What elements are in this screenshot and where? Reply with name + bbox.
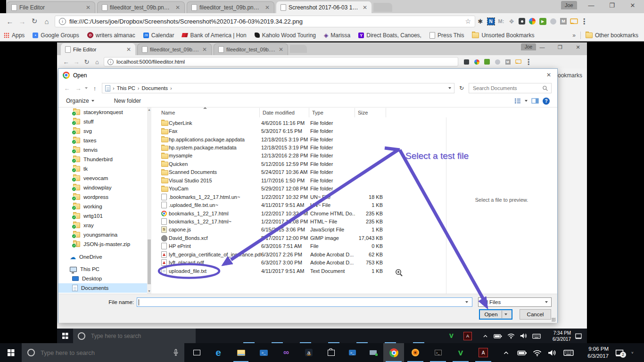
file-row[interactable]: bookmarks_1_22_17.html~1/22/2017 10:08 P… [161, 217, 446, 225]
battery-icon[interactable] [494, 333, 502, 339]
taskbar-search-box[interactable] [22, 343, 184, 362]
nimbus-screenshot-icon[interactable]: ▶ [537, 16, 548, 26]
inner-tab-test-png-2[interactable]: fileeditor_test_09b.png (1 ✕ [214, 43, 288, 55]
file-row[interactable]: hp.applications.package.appdata12/18/201… [161, 135, 446, 143]
acrobat-icon[interactable]: A [463, 332, 472, 340]
view-list-icon[interactable] [514, 98, 521, 104]
bookmark-bank-of-america[interactable]: Bank of America | Hon [182, 32, 246, 39]
search-icon[interactable] [542, 85, 548, 91]
bookmark-google-groups[interactable]: ▪Google Groups [33, 32, 79, 39]
new-folder-button[interactable]: New folder [114, 98, 141, 104]
start-button[interactable] [57, 329, 73, 343]
file-row[interactable]: bookmarks_1_22_17.html1/22/2017 10:32 PM… [161, 209, 446, 217]
acrobat-icon[interactable]: A [472, 343, 495, 362]
restore-button[interactable]: ❐ [602, 2, 622, 9]
home-button[interactable]: ⌂ [92, 58, 102, 66]
bookmark-marissa[interactable]: ◈Marissa [324, 32, 350, 39]
cancel-button[interactable]: Cancel [520, 309, 551, 320]
sidebar-folder-item[interactable]: veevocam [58, 173, 147, 183]
extension-m-gray-icon[interactable]: M [558, 16, 569, 26]
bookmark-calendar[interactable]: 28Calendar [143, 32, 174, 39]
sidebar-folder-item[interactable]: JSON-js-master.zip [58, 239, 147, 249]
sidebar-folder-item[interactable]: windowplay [58, 183, 147, 192]
chrome-menu-icon[interactable]: ⋮ [523, 57, 534, 66]
file-row[interactable]: uploaded_file.txt4/11/2017 9:51 AMText D… [161, 267, 446, 275]
file-row[interactable]: .uploaded_file.txt.un~4/11/2017 9:51 AMU… [161, 201, 446, 209]
outer-address-bar[interactable]: i file:///C:/Users/joe/Dropbox/Screensho… [55, 16, 475, 27]
outer-tab-test-png-1[interactable]: fileeditor_test_09b.png (1 ✕ [97, 1, 185, 13]
sidebar-folder-item[interactable]: wrtg101 [58, 211, 147, 221]
breadcrumb-documents[interactable]: Documents [141, 85, 168, 91]
column-header-type[interactable]: Type [309, 108, 355, 117]
back-button[interactable]: ← [61, 58, 71, 66]
breadcrumb-this-pc[interactable]: This PC [117, 85, 135, 91]
windows-store-icon[interactable] [320, 343, 342, 362]
wifi-icon[interactable] [529, 343, 545, 362]
file-row[interactable]: David_Bonds.xcf5/17/2017 12:00 PMGIMP im… [161, 234, 446, 242]
file-row[interactable]: lyft_georgia_certificate_of_insurance.pd… [161, 250, 446, 258]
battery-icon[interactable] [514, 343, 529, 362]
maximize-button[interactable]: ❐ [551, 44, 569, 50]
bookmark-kaholo[interactable]: Kaholo Wood Touring [255, 32, 316, 39]
file-row[interactable]: Scanned Documents5/24/2017 10:36 AMFile … [161, 168, 446, 176]
minimize-button[interactable]: — [533, 44, 551, 50]
minimize-button[interactable]: — [581, 2, 602, 9]
cast-icon[interactable] [569, 16, 579, 26]
sidebar-folder-item[interactable]: svg [58, 126, 147, 136]
file-row[interactable]: Fax5/3/2017 6:15 PMFile folder [161, 127, 446, 135]
sidebar-folder-item[interactable]: tk [58, 164, 147, 173]
file-row[interactable]: HP ePrint6/3/2016 7:51 AMFile0 KB [161, 242, 446, 250]
sidebar-item-desktop[interactable]: Desktop [58, 274, 147, 283]
action-center-icon[interactable]: 2 [609, 343, 630, 362]
taskbar-search-box[interactable] [73, 329, 196, 343]
tab-close-icon[interactable]: ✕ [279, 46, 283, 53]
scroll-up-icon[interactable]: ▲ [147, 107, 151, 112]
sidebar-folder-item[interactable]: Thunderbird [58, 155, 147, 164]
outer-tab-screenshot-active[interactable]: Screenshot 2017-06-03 19.34.22.png ✕ [276, 1, 372, 13]
keep-icon[interactable] [517, 16, 527, 26]
tab-close-icon[interactable]: ✕ [265, 4, 270, 11]
refresh-button[interactable]: ↻ [456, 85, 467, 91]
apps-shortcut[interactable]: Apps [4, 32, 25, 39]
bookmark-unsorted[interactable]: Unsorted Bookmarks [472, 32, 534, 39]
file-row[interactable]: mysample12/13/2016 2:28 PMFile folder [161, 152, 446, 160]
sidebar-folder-item[interactable]: wordpress [58, 192, 147, 202]
preview-pane-icon[interactable] [531, 98, 539, 104]
chrome-menu-icon[interactable]: ⋮ [579, 16, 589, 26]
task-view-button[interactable] [186, 343, 207, 362]
column-header-date-modified[interactable]: Date modified [260, 108, 309, 117]
search-box[interactable] [469, 83, 552, 93]
volume-icon[interactable] [520, 333, 528, 339]
sidebar-folder-item[interactable]: working [58, 202, 147, 211]
nav-forward-button[interactable]: → [74, 85, 83, 92]
file-row[interactable]: hp.system.package.metadata12/18/2015 3:1… [161, 143, 446, 151]
tab-close-icon[interactable]: ✕ [202, 46, 207, 53]
edge-icon[interactable]: e [207, 343, 230, 362]
page-info-icon[interactable]: i [59, 18, 66, 25]
photos-pinwheel-icon[interactable] [471, 57, 482, 66]
taskbar-search-input[interactable] [90, 332, 177, 340]
reload-button[interactable]: ↻ [82, 58, 92, 66]
search-input[interactable] [472, 85, 542, 91]
bookmark-writers-almanac[interactable]: writers almanac [87, 32, 135, 39]
taskbar-search-input[interactable] [40, 349, 168, 357]
help-icon[interactable]: ? [543, 98, 550, 105]
remote-desktop-icon[interactable] [363, 343, 383, 362]
photos-pinwheel-icon[interactable] [527, 16, 537, 26]
page-info-icon[interactable]: i [107, 59, 114, 65]
settings-gear-icon[interactable]: ✱ [475, 16, 486, 26]
visual-studio-icon[interactable]: ∞ [275, 343, 297, 362]
profile-badge[interactable]: Joe [561, 1, 577, 9]
nimbus-screenshot-icon[interactable] [482, 57, 492, 66]
new-tab-button[interactable] [290, 45, 307, 53]
gear-app-icon[interactable] [404, 343, 427, 362]
dropbox-icon[interactable]: ❖ [506, 16, 517, 26]
inner-tab-file-editor-active[interactable]: File Editor ✕ [61, 43, 135, 55]
avast-icon[interactable] [492, 57, 503, 66]
amazon-icon[interactable]: a [297, 343, 320, 362]
file-row[interactable]: YouCam5/29/2017 12:08 PMFile folder [161, 185, 446, 193]
column-header-name[interactable]: Name [158, 108, 260, 117]
file-row[interactable]: CyberLink4/6/2016 11:16 PMFile folder [161, 119, 446, 127]
powershell-small-icon[interactable]: >_ [342, 343, 363, 362]
open-button[interactable]: Open [479, 309, 512, 320]
